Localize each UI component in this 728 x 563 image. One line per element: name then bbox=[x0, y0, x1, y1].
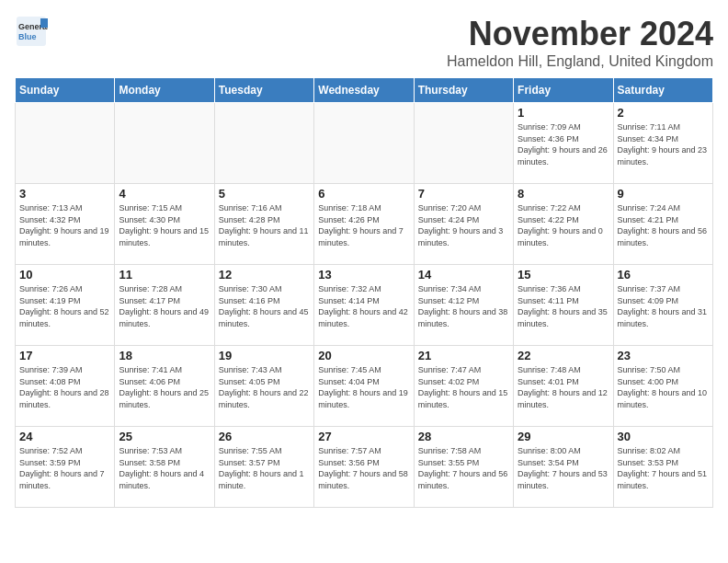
calendar-header-thursday: Thursday bbox=[414, 78, 513, 103]
month-title: November 2024 bbox=[447, 15, 713, 53]
day-number: 24 bbox=[19, 430, 110, 443]
logo-icon: General Blue bbox=[15, 15, 48, 48]
day-number: 23 bbox=[618, 349, 709, 362]
day-info: Sunrise: 7:47 AM Sunset: 4:02 PM Dayligh… bbox=[418, 364, 509, 410]
calendar-cell bbox=[115, 103, 214, 184]
calendar-cell: 11Sunrise: 7:28 AM Sunset: 4:17 PM Dayli… bbox=[115, 265, 214, 346]
day-info: Sunrise: 7:50 AM Sunset: 4:00 PM Dayligh… bbox=[618, 364, 709, 410]
week-row-5: 24Sunrise: 7:52 AM Sunset: 3:59 PM Dayli… bbox=[16, 427, 713, 508]
day-number: 9 bbox=[618, 187, 709, 201]
calendar-cell: 27Sunrise: 7:57 AM Sunset: 3:56 PM Dayli… bbox=[314, 427, 414, 508]
day-number: 14 bbox=[418, 268, 509, 282]
location-title: Hameldon Hill, England, United Kingdom bbox=[447, 53, 713, 70]
calendar-cell: 22Sunrise: 7:48 AM Sunset: 4:01 PM Dayli… bbox=[514, 346, 613, 427]
day-number: 19 bbox=[219, 349, 310, 362]
calendar-cell: 10Sunrise: 7:26 AM Sunset: 4:19 PM Dayli… bbox=[16, 265, 115, 346]
calendar-cell: 25Sunrise: 7:53 AM Sunset: 3:58 PM Dayli… bbox=[115, 427, 214, 508]
week-row-3: 10Sunrise: 7:26 AM Sunset: 4:19 PM Dayli… bbox=[16, 265, 713, 346]
day-number: 11 bbox=[119, 268, 210, 282]
calendar-header-sunday: Sunday bbox=[16, 78, 115, 103]
day-number: 4 bbox=[119, 187, 210, 201]
day-number: 27 bbox=[318, 430, 409, 443]
calendar-cell: 15Sunrise: 7:36 AM Sunset: 4:11 PM Dayli… bbox=[514, 265, 613, 346]
day-info: Sunrise: 7:09 AM Sunset: 4:36 PM Dayligh… bbox=[518, 121, 609, 167]
calendar-cell: 26Sunrise: 7:55 AM Sunset: 3:57 PM Dayli… bbox=[214, 427, 313, 508]
day-info: Sunrise: 7:55 AM Sunset: 3:57 PM Dayligh… bbox=[219, 445, 310, 491]
calendar-cell: 8Sunrise: 7:22 AM Sunset: 4:22 PM Daylig… bbox=[514, 184, 613, 265]
day-info: Sunrise: 7:28 AM Sunset: 4:17 PM Dayligh… bbox=[119, 283, 210, 329]
day-info: Sunrise: 7:39 AM Sunset: 4:08 PM Dayligh… bbox=[19, 364, 110, 410]
calendar-cell: 28Sunrise: 7:58 AM Sunset: 3:55 PM Dayli… bbox=[414, 427, 513, 508]
calendar-cell: 21Sunrise: 7:47 AM Sunset: 4:02 PM Dayli… bbox=[414, 346, 513, 427]
day-info: Sunrise: 7:53 AM Sunset: 3:58 PM Dayligh… bbox=[119, 445, 210, 491]
day-info: Sunrise: 7:13 AM Sunset: 4:32 PM Dayligh… bbox=[19, 202, 110, 248]
day-info: Sunrise: 7:18 AM Sunset: 4:26 PM Dayligh… bbox=[318, 202, 409, 248]
day-info: Sunrise: 7:16 AM Sunset: 4:28 PM Dayligh… bbox=[219, 202, 310, 248]
calendar-cell: 19Sunrise: 7:43 AM Sunset: 4:05 PM Dayli… bbox=[214, 346, 313, 427]
calendar-header-friday: Friday bbox=[514, 78, 613, 103]
calendar-header-monday: Monday bbox=[115, 78, 214, 103]
calendar-cell: 2Sunrise: 7:11 AM Sunset: 4:34 PM Daylig… bbox=[613, 103, 712, 184]
day-info: Sunrise: 7:34 AM Sunset: 4:12 PM Dayligh… bbox=[418, 283, 509, 329]
calendar-header-wednesday: Wednesday bbox=[314, 78, 414, 103]
day-info: Sunrise: 7:36 AM Sunset: 4:11 PM Dayligh… bbox=[518, 283, 609, 329]
calendar-cell: 3Sunrise: 7:13 AM Sunset: 4:32 PM Daylig… bbox=[16, 184, 115, 265]
day-number: 12 bbox=[219, 268, 310, 282]
calendar-cell: 1Sunrise: 7:09 AM Sunset: 4:36 PM Daylig… bbox=[514, 103, 613, 184]
day-number: 3 bbox=[19, 187, 110, 201]
day-number: 28 bbox=[418, 430, 509, 443]
calendar-cell: 20Sunrise: 7:45 AM Sunset: 4:04 PM Dayli… bbox=[314, 346, 414, 427]
day-number: 20 bbox=[318, 349, 409, 362]
day-info: Sunrise: 7:58 AM Sunset: 3:55 PM Dayligh… bbox=[418, 445, 509, 491]
calendar-cell: 30Sunrise: 8:02 AM Sunset: 3:53 PM Dayli… bbox=[613, 427, 712, 508]
day-number: 2 bbox=[618, 106, 709, 120]
week-row-1: 1Sunrise: 7:09 AM Sunset: 4:36 PM Daylig… bbox=[16, 103, 713, 184]
logo: General Blue bbox=[15, 15, 48, 48]
calendar-cell bbox=[16, 103, 115, 184]
calendar-cell bbox=[214, 103, 313, 184]
day-info: Sunrise: 8:00 AM Sunset: 3:54 PM Dayligh… bbox=[518, 445, 609, 491]
day-number: 8 bbox=[518, 187, 609, 201]
calendar-cell: 12Sunrise: 7:30 AM Sunset: 4:16 PM Dayli… bbox=[214, 265, 313, 346]
calendar-cell: 23Sunrise: 7:50 AM Sunset: 4:00 PM Dayli… bbox=[613, 346, 712, 427]
day-info: Sunrise: 7:15 AM Sunset: 4:30 PM Dayligh… bbox=[119, 202, 210, 248]
calendar-cell bbox=[414, 103, 513, 184]
week-row-2: 3Sunrise: 7:13 AM Sunset: 4:32 PM Daylig… bbox=[16, 184, 713, 265]
day-info: Sunrise: 7:43 AM Sunset: 4:05 PM Dayligh… bbox=[219, 364, 310, 410]
day-number: 15 bbox=[518, 268, 609, 282]
calendar-cell: 24Sunrise: 7:52 AM Sunset: 3:59 PM Dayli… bbox=[16, 427, 115, 508]
day-info: Sunrise: 7:45 AM Sunset: 4:04 PM Dayligh… bbox=[318, 364, 409, 410]
day-info: Sunrise: 7:32 AM Sunset: 4:14 PM Dayligh… bbox=[318, 283, 409, 329]
week-row-4: 17Sunrise: 7:39 AM Sunset: 4:08 PM Dayli… bbox=[16, 346, 713, 427]
day-number: 16 bbox=[618, 268, 709, 282]
day-number: 5 bbox=[219, 187, 310, 201]
calendar-cell: 7Sunrise: 7:20 AM Sunset: 4:24 PM Daylig… bbox=[414, 184, 513, 265]
day-info: Sunrise: 7:41 AM Sunset: 4:06 PM Dayligh… bbox=[119, 364, 210, 410]
calendar-body: 1Sunrise: 7:09 AM Sunset: 4:36 PM Daylig… bbox=[16, 103, 713, 508]
day-number: 22 bbox=[518, 349, 609, 362]
day-info: Sunrise: 7:30 AM Sunset: 4:16 PM Dayligh… bbox=[219, 283, 310, 329]
day-number: 29 bbox=[518, 430, 609, 443]
day-number: 26 bbox=[219, 430, 310, 443]
calendar-cell: 16Sunrise: 7:37 AM Sunset: 4:09 PM Dayli… bbox=[613, 265, 712, 346]
calendar-cell: 17Sunrise: 7:39 AM Sunset: 4:08 PM Dayli… bbox=[16, 346, 115, 427]
day-info: Sunrise: 7:26 AM Sunset: 4:19 PM Dayligh… bbox=[19, 283, 110, 329]
day-number: 10 bbox=[19, 268, 110, 282]
header: General Blue November 2024 Hameldon Hill… bbox=[15, 15, 713, 70]
day-info: Sunrise: 7:24 AM Sunset: 4:21 PM Dayligh… bbox=[618, 202, 709, 248]
day-number: 18 bbox=[119, 349, 210, 362]
calendar-cell bbox=[314, 103, 414, 184]
day-number: 7 bbox=[418, 187, 509, 201]
day-info: Sunrise: 7:57 AM Sunset: 3:56 PM Dayligh… bbox=[318, 445, 409, 491]
day-number: 30 bbox=[618, 430, 709, 443]
calendar-header-saturday: Saturday bbox=[613, 78, 712, 103]
calendar-cell: 29Sunrise: 8:00 AM Sunset: 3:54 PM Dayli… bbox=[514, 427, 613, 508]
calendar-header-tuesday: Tuesday bbox=[214, 78, 313, 103]
day-info: Sunrise: 7:48 AM Sunset: 4:01 PM Dayligh… bbox=[518, 364, 609, 410]
calendar-cell: 9Sunrise: 7:24 AM Sunset: 4:21 PM Daylig… bbox=[613, 184, 712, 265]
title-section: November 2024 Hameldon Hill, England, Un… bbox=[447, 15, 713, 70]
day-number: 17 bbox=[19, 349, 110, 362]
day-info: Sunrise: 7:22 AM Sunset: 4:22 PM Dayligh… bbox=[518, 202, 609, 248]
day-number: 13 bbox=[318, 268, 409, 282]
day-info: Sunrise: 7:20 AM Sunset: 4:24 PM Dayligh… bbox=[418, 202, 509, 248]
